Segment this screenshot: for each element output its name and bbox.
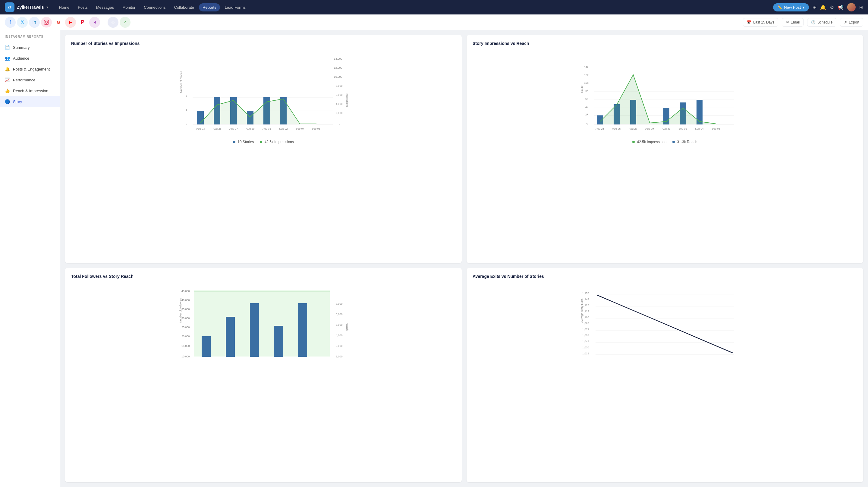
svg-text:25,000: 25,000 xyxy=(181,326,190,329)
svg-text:14k: 14k xyxy=(584,66,589,69)
nav-actions: ✏️ New Post ▾ ⊞ 🔔 ⚙ 📢 ⊞ xyxy=(773,3,863,11)
chart1-area: 0 1 2 0 2,000 4,000 6,000 8,000 10,000 1… xyxy=(71,51,456,136)
brand-chevron-icon: ▾ xyxy=(46,5,48,9)
chart1-svg: 0 1 2 0 2,000 4,000 6,000 8,000 10,000 1… xyxy=(71,51,456,135)
sidebar-item-performance[interactable]: 📈 Performance xyxy=(0,74,60,85)
legend-impressions2: 42.5k Impressions xyxy=(632,140,666,144)
chart4-svg: 1,156 1,142 1,128 1,114 1,100 1,086 1,07… xyxy=(472,283,857,362)
sidebar-item-posts-engagement[interactable]: 🔔 Posts & Engagement xyxy=(0,64,60,74)
svg-text:35,000: 35,000 xyxy=(181,308,190,311)
google-tab[interactable]: G xyxy=(53,17,64,28)
sidebar-item-audience[interactable]: 👥 Audience xyxy=(0,53,60,64)
svg-text:0: 0 xyxy=(186,122,187,125)
youtube-tab[interactable]: ▶ xyxy=(65,17,76,28)
nav-home[interactable]: Home xyxy=(56,3,73,11)
instagram-tab[interactable] xyxy=(41,17,52,28)
svg-text:7,000: 7,000 xyxy=(336,302,343,305)
green-tab[interactable]: ✓ xyxy=(120,17,130,28)
impressions-dot xyxy=(260,141,262,143)
nav-monitor[interactable]: Monitor xyxy=(119,3,139,11)
svg-text:12,000: 12,000 xyxy=(334,66,342,69)
user-avatar[interactable] xyxy=(847,3,856,11)
loop-tab[interactable]: ∞ xyxy=(107,17,119,28)
svg-text:Aug 31: Aug 31 xyxy=(262,127,271,130)
nav-reports[interactable]: Reports xyxy=(199,3,220,11)
svg-text:1: 1 xyxy=(186,109,187,112)
facebook-tab[interactable]: f xyxy=(5,17,16,28)
svg-text:10k: 10k xyxy=(584,81,589,84)
followers-area xyxy=(194,290,330,357)
svg-text:1,072: 1,072 xyxy=(582,328,589,331)
chart1-title: Number of Stories vs Impressions xyxy=(71,41,456,46)
brand-logo-area[interactable]: ZT ZylkerTravels ▾ xyxy=(5,2,48,12)
svg-text:2,000: 2,000 xyxy=(336,112,343,115)
chart2-legend: 42.5k Impressions 31.3k Reach xyxy=(472,140,857,144)
svg-text:Aug 27: Aug 27 xyxy=(229,127,238,130)
svg-text:14,000: 14,000 xyxy=(334,57,342,60)
linkedin-tab[interactable]: in xyxy=(29,17,40,28)
nav-messages[interactable]: Messages xyxy=(93,3,118,11)
svg-text:3,000: 3,000 xyxy=(336,344,343,347)
nav-posts[interactable]: Posts xyxy=(74,3,91,11)
svg-text:Aug 23: Aug 23 xyxy=(595,127,604,130)
clock-icon: 🕐 xyxy=(811,20,815,24)
svg-text:8k: 8k xyxy=(585,89,588,92)
svg-point-2 xyxy=(47,21,48,21)
bell-icon[interactable]: 🔔 xyxy=(820,4,826,10)
svg-text:Count: Count xyxy=(581,85,584,93)
nav-connections[interactable]: Connections xyxy=(140,3,169,11)
date-range-button[interactable]: 📅 Last 15 Days xyxy=(743,18,778,27)
svg-text:Aug 25: Aug 25 xyxy=(612,127,621,130)
svg-text:6,000: 6,000 xyxy=(336,313,343,316)
sidebar-section-title: INSTAGRAM REPORTS xyxy=(0,35,60,42)
svg-text:1,044: 1,044 xyxy=(582,340,589,343)
svg-text:12k: 12k xyxy=(584,73,589,77)
svg-text:2: 2 xyxy=(186,95,187,98)
legend-impressions: 42.5k Impressions xyxy=(260,140,294,144)
svg-text:Aug 27: Aug 27 xyxy=(629,127,638,130)
chart4-area: 1,156 1,142 1,128 1,114 1,100 1,086 1,07… xyxy=(472,283,857,363)
svg-text:Average Story Exits: Average Story Exits xyxy=(581,299,584,323)
svg-text:Sep 02: Sep 02 xyxy=(279,127,288,130)
schedule-button[interactable]: 🕐 Schedule xyxy=(807,18,836,27)
calendar-icon: 📅 xyxy=(747,20,751,24)
megaphone-icon[interactable]: 📢 xyxy=(838,4,844,10)
svg-text:Number of Followers: Number of Followers xyxy=(179,298,182,323)
svg-text:0: 0 xyxy=(587,122,588,125)
email-button[interactable]: ✉ Email xyxy=(782,18,804,27)
export-button[interactable]: ↗ Export xyxy=(840,18,863,27)
settings-icon[interactable]: ⚙ xyxy=(830,4,834,10)
svg-text:Aug 25: Aug 25 xyxy=(213,127,221,130)
impressions-dot2 xyxy=(632,141,635,143)
svg-text:6,000: 6,000 xyxy=(336,93,343,96)
grid-icon[interactable]: ⊞ xyxy=(812,4,816,10)
hootsuite-tab[interactable]: H xyxy=(89,17,100,28)
svg-text:30,000: 30,000 xyxy=(181,317,190,320)
performance-icon: 📈 xyxy=(5,78,10,82)
social-platform-tabs: f 𝕏 in G ▶ P H ∞ ✓ 📅 Last 15 Days ✉ Emai… xyxy=(0,14,868,30)
svg-text:1,016: 1,016 xyxy=(582,352,589,355)
nav-collaborate[interactable]: Collaborate xyxy=(170,3,198,11)
twitter-tab[interactable]: 𝕏 xyxy=(17,17,28,28)
pinterest-tab[interactable]: P xyxy=(77,17,88,28)
main-layout: INSTAGRAM REPORTS 📄 Summary 👥 Audience 🔔… xyxy=(0,30,868,487)
svg-text:1,030: 1,030 xyxy=(582,346,589,349)
svg-text:15,000: 15,000 xyxy=(181,344,190,347)
svg-text:45,000: 45,000 xyxy=(181,290,190,293)
apps-icon[interactable]: ⊞ xyxy=(859,4,863,10)
nav-lead-forms[interactable]: Lead Forms xyxy=(221,3,249,11)
svg-text:2k: 2k xyxy=(585,113,588,116)
svg-text:Aug 29: Aug 29 xyxy=(645,127,654,130)
reach-bar-aug29-c3 xyxy=(250,303,259,357)
exits-line xyxy=(597,295,733,353)
svg-rect-0 xyxy=(44,20,49,24)
sidebar-item-summary[interactable]: 📄 Summary xyxy=(0,42,60,53)
sidebar-item-story[interactable]: 🔵 Story xyxy=(0,96,60,107)
new-post-button[interactable]: ✏️ New Post ▾ xyxy=(773,3,809,11)
chart3-area: 10,000 15,000 20,000 25,000 30,000 35,00… xyxy=(71,283,456,363)
stories-vs-impressions-chart: Number of Stories vs Impressions 0 1 2 0… xyxy=(65,35,462,263)
story-impressions-vs-reach-chart: Story Impressions vs Reach 0 2k 4k 6k 8k… xyxy=(467,35,863,263)
sidebar-item-reach-impression[interactable]: 👍 Reach & Impression xyxy=(0,85,60,96)
legend-stories: 10 Stories xyxy=(233,140,254,144)
legend-reach: 31.3k Reach xyxy=(673,140,698,144)
